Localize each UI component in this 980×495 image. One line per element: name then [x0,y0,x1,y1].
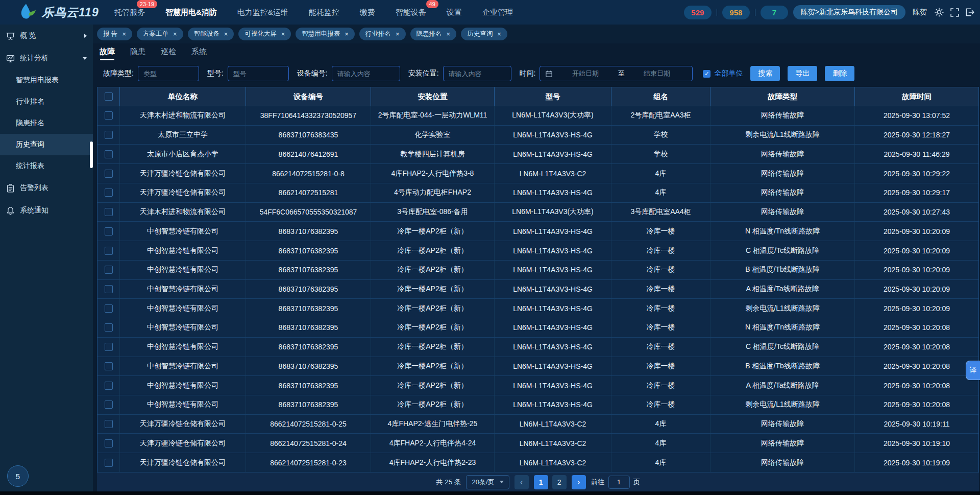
page-number-button[interactable]: 2 [552,475,567,489]
table-row[interactable]: 太原市三立中学868371076383435化学实验室LN6M-L1T4A3V3… [97,126,978,145]
float-counter-badge[interactable]: 5 [7,465,29,487]
row-checkbox[interactable] [105,323,113,332]
row-checkbox[interactable] [105,285,113,293]
sidebar-item-3[interactable]: 行业排名 [0,91,93,112]
tab-2[interactable]: 巡检 [161,47,176,61]
tab-3[interactable]: 系统 [191,47,207,61]
sidebar-item-6[interactable]: 统计报表 [0,155,93,177]
open-tab-tag[interactable]: 隐患排名 × [410,28,457,40]
fault-type-input[interactable] [138,66,199,81]
open-tab-tag[interactable]: 方案工单 × [137,28,183,40]
prev-page-button[interactable]: ‹ [514,475,529,489]
row-checkbox[interactable] [105,400,113,409]
sidebar-item-2[interactable]: 智慧用电报表 [0,69,93,91]
table-row[interactable]: 中创智慧冷链有限公司868371076382395冷库一楼AP2柜（新）LN6M… [97,280,978,299]
sidebar-item-8[interactable]: 系统通知 [0,199,93,222]
row-checkbox[interactable] [105,459,113,467]
table-header-cell[interactable]: 故障类型 [710,87,855,106]
date-range-picker[interactable]: 开始日期 至 结束日期 [540,66,693,81]
table-row[interactable]: 中创智慧冷链有限公司868371076382395冷库一楼AP2柜（新）LN6M… [97,376,978,395]
nav-item-4[interactable]: 缴费 [360,5,375,20]
table-row[interactable]: 天津万疆冷链仓储有限公司866214072515281-0-254库FHAP2-… [97,415,978,434]
page-size-select[interactable]: 20条/页 [466,475,509,489]
model-input[interactable] [228,66,289,81]
table-header-cell[interactable]: 组名 [611,87,710,106]
tab-0[interactable]: 故障 [100,47,115,61]
counter-pill[interactable]: 529 [684,6,712,19]
close-icon[interactable]: × [122,31,126,37]
sidebar-item-1[interactable]: 统计分析 [0,47,93,69]
close-icon[interactable]: × [447,31,451,37]
checkbox-checked-icon[interactable]: ✓ [703,70,710,78]
start-date-placeholder[interactable]: 开始日期 [555,69,616,78]
open-tab-tag[interactable]: 报 告 × [97,28,132,40]
row-checkbox[interactable] [105,131,113,139]
device-no-input[interactable] [332,66,400,81]
next-page-button[interactable]: › [572,475,586,489]
row-checkbox[interactable] [105,188,113,197]
table-header-cell[interactable]: 单位名称 [120,87,246,106]
sidebar-collapse-handle[interactable] [90,142,93,168]
open-tab-tag[interactable]: 智能设备 × [188,28,234,40]
tab-1[interactable]: 隐患 [130,47,145,61]
search-button[interactable]: 搜索 [750,66,780,81]
close-icon[interactable]: × [173,31,177,37]
open-tab-tag[interactable]: 智慧用电报表 × [296,28,355,40]
fullscreen-icon[interactable] [949,7,960,17]
sidebar-item-7[interactable]: 告警列表 [0,177,93,199]
table-header-cell[interactable]: 设备编号 [246,87,371,106]
table-row[interactable]: 天津万疆冷链仓储有限公司866214072515281-0-84库FHAP2-人… [97,164,978,183]
table-row[interactable]: 中创智慧冷链有限公司868371076382395冷库一楼AP2柜（新）LN6M… [97,222,978,241]
end-date-placeholder[interactable]: 结束日期 [626,69,687,78]
table-row[interactable]: 天津木村进和物流有限公司38FF710641433237305209572号库配… [97,106,978,126]
sidebar-item-5[interactable]: 历史查询 [0,134,93,155]
nav-item-1[interactable]: 智慧用电&消防 [165,5,217,20]
table-row[interactable]: 中创智慧冷链有限公司868371076382395冷库一楼AP2柜（新）LN6M… [97,241,978,261]
row-checkbox[interactable] [105,343,113,351]
row-checkbox[interactable] [105,150,113,158]
row-checkbox[interactable] [105,247,113,255]
location-input[interactable] [443,66,511,81]
select-all-checkbox[interactable] [105,92,113,101]
delete-button[interactable]: 删除 [825,66,854,81]
all-units-checkbox[interactable]: ✓ 全部单位 [703,69,743,78]
counter-pill[interactable]: 7 [761,6,788,19]
table-row[interactable]: 中创智慧冷链有限公司868371076382395冷库一楼AP2柜（新）LN6M… [97,338,978,357]
row-checkbox[interactable] [105,227,113,235]
row-checkbox[interactable] [105,362,113,370]
nav-item-5[interactable]: 智能设备 49 [396,5,426,20]
row-checkbox[interactable] [105,304,113,313]
close-icon[interactable]: × [281,31,285,37]
sidebar-item-4[interactable]: 隐患排名 [0,112,93,134]
close-icon[interactable]: × [396,31,400,37]
close-icon[interactable]: × [345,31,349,37]
table-row[interactable]: 天津万疆冷链仓储有限公司866214072515281-0-244库FHAP2-… [97,434,978,453]
row-checkbox[interactable] [105,420,113,428]
nav-item-0[interactable]: 托管服务 23-19 [114,5,145,20]
export-button[interactable]: 导出 [788,66,817,81]
settings-icon[interactable] [934,7,944,17]
company-pill[interactable]: 陈贺>新北京乐鸟科技有限公司 [793,5,905,19]
page-number-button[interactable]: 1 [534,475,548,489]
table-header-cell[interactable]: 安装位置 [371,87,495,106]
close-icon[interactable]: × [497,31,501,37]
table-header-cell[interactable]: 故障时间 [855,87,978,106]
close-icon[interactable]: × [224,31,228,37]
user-name[interactable]: 陈贺 [913,8,927,17]
table-row[interactable]: 天津木村进和物流有限公司54FF6C0665705553503210873号库配… [97,203,978,222]
nav-item-6[interactable]: 设置 [447,5,462,20]
table-row[interactable]: 中创智慧冷链有限公司868371076382395冷库一楼AP2柜（新）LN6M… [97,318,978,338]
table-row[interactable]: 天津万疆冷链仓储有限公司8662140725152814号库动力配电柜FHAP2… [97,183,978,203]
table-row[interactable]: 中创智慧冷链有限公司868371076382395冷库一楼AP2柜（新）LN6M… [97,395,978,415]
row-checkbox[interactable] [105,170,113,178]
nav-item-3[interactable]: 能耗监控 [309,5,339,20]
counter-pill[interactable]: 958 [722,6,750,19]
table-row[interactable]: 中创智慧冷链有限公司868371076382395冷库一楼AP2柜（新）LN6M… [97,299,978,318]
table-row[interactable]: 中创智慧冷链有限公司868371076382395冷库一楼AP2柜（新）LN6M… [97,357,978,376]
row-checkbox[interactable] [105,382,113,390]
table-row[interactable]: 中创智慧冷链有限公司868371076382395冷库一楼AP2柜（新）LN6M… [97,261,978,280]
nav-item-2[interactable]: 电力监控&运维 [237,5,288,20]
table-row[interactable]: 天津万疆冷链仓储有限公司866214072515281-0-234库FHAP2-… [97,453,978,473]
goto-page-input[interactable] [608,476,630,489]
table-header-cell[interactable]: 型号 [495,87,611,106]
